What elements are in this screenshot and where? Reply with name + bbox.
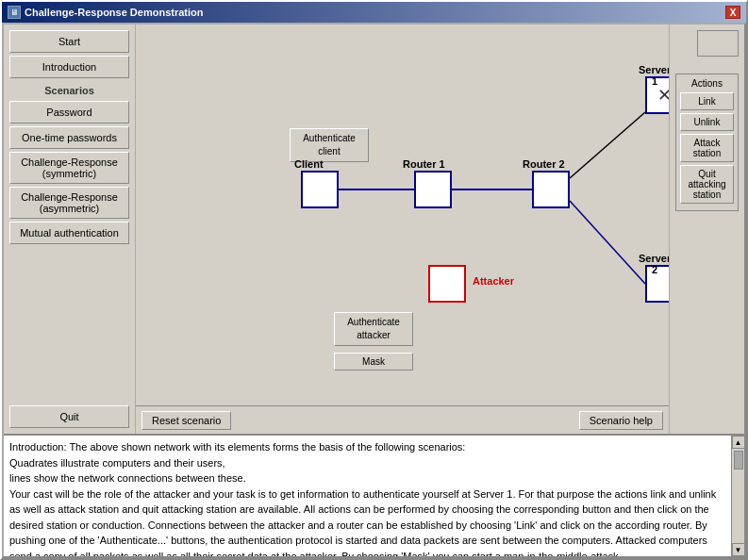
actions-group: Actions Link Unlink Attack station Quit … bbox=[675, 74, 739, 211]
top-right-box bbox=[697, 30, 739, 57]
server2-label: Server 2 bbox=[639, 253, 669, 275]
app-icon: 🖥 bbox=[8, 6, 21, 19]
main-panel: Authenticateclient Client Router 1 Route… bbox=[136, 25, 669, 434]
client-node[interactable] bbox=[301, 171, 339, 208]
router1-node[interactable] bbox=[414, 171, 452, 208]
diagram-area: Authenticateclient Client Router 1 Route… bbox=[136, 25, 669, 405]
text-area-section: Introduction: The above shown network wi… bbox=[4, 434, 744, 556]
main-window: 🖥 Challenge-Response Demonstration X Sta… bbox=[0, 0, 748, 560]
attacker-label: Attacker bbox=[473, 275, 514, 287]
auth-attacker-label: Authenticateattacker bbox=[347, 317, 400, 340]
mutual-auth-button[interactable]: Mutual authentication bbox=[9, 222, 129, 244]
authenticate-attacker-button[interactable]: Authenticateattacker bbox=[334, 312, 413, 346]
svg-line-2 bbox=[570, 112, 645, 178]
svg-line-3 bbox=[570, 201, 645, 284]
introduction-button[interactable]: Introduction bbox=[9, 56, 129, 78]
reset-scenario-button[interactable]: Reset scenario bbox=[141, 411, 231, 430]
cr-asymmetric-button[interactable]: Challenge-Response (asymmetric) bbox=[9, 187, 129, 219]
attacker-node[interactable] bbox=[428, 265, 466, 303]
scroll-up-button[interactable]: ▲ bbox=[732, 436, 745, 449]
router1-label: Router 1 bbox=[403, 158, 445, 170]
left-panel: Start Introduction Scenarios Password On… bbox=[4, 25, 136, 434]
server1-x-icon: ✕ bbox=[657, 85, 670, 106]
title-bar: 🖥 Challenge-Response Demonstration X bbox=[2, 2, 746, 23]
text-line-2: Quadrates illustrate computers and their… bbox=[9, 457, 225, 469]
unlink-button[interactable]: Unlink bbox=[680, 113, 734, 131]
text-scrollbar: ▲ ▼ bbox=[731, 436, 744, 556]
quit-attacking-button[interactable]: Quit attacking station bbox=[680, 165, 734, 204]
password-button[interactable]: Password bbox=[9, 101, 129, 124]
inner-window: Start Introduction Scenarios Password On… bbox=[2, 23, 746, 558]
cr-symmetric-button[interactable]: Challenge-Response (symmetric) bbox=[9, 152, 129, 184]
text-line-4: Your cast will be the role of the attack… bbox=[9, 488, 716, 557]
scrollbar-thumb[interactable] bbox=[734, 451, 743, 469]
scroll-down-button[interactable]: ▼ bbox=[732, 543, 745, 556]
close-button[interactable]: X bbox=[725, 6, 740, 19]
link-button[interactable]: Link bbox=[680, 92, 734, 110]
server1-label: Server 1 bbox=[639, 64, 669, 87]
attack-station-button[interactable]: Attack station bbox=[680, 134, 734, 162]
window-title: Challenge-Response Demonstration bbox=[25, 7, 722, 18]
auth-client-label: Authenticateclient bbox=[303, 133, 356, 156]
scenarios-group-label: Scenarios bbox=[9, 85, 129, 96]
content-area: Start Introduction Scenarios Password On… bbox=[4, 25, 744, 434]
start-button[interactable]: Start bbox=[9, 30, 129, 53]
authenticate-client-button[interactable]: Authenticateclient bbox=[290, 128, 369, 162]
quit-button[interactable]: Quit bbox=[9, 405, 129, 428]
scenario-help-button[interactable]: Scenario help bbox=[579, 411, 663, 430]
router2-label: Router 2 bbox=[523, 158, 565, 170]
router2-node[interactable] bbox=[532, 171, 570, 208]
text-content: Introduction: The above shown network wi… bbox=[4, 436, 731, 556]
diagram-lines bbox=[136, 25, 669, 405]
client-label: Client bbox=[294, 158, 324, 170]
text-line-3: lines show the network connections betwe… bbox=[9, 472, 246, 484]
actions-legend: Actions bbox=[680, 78, 734, 89]
right-panel: Actions Link Unlink Attack station Quit … bbox=[669, 25, 744, 434]
text-line-1: Introduction: The above shown network wi… bbox=[9, 441, 465, 453]
bottom-bar: Reset scenario Scenario help bbox=[136, 405, 669, 434]
otp-button[interactable]: One-time passwords bbox=[9, 126, 129, 149]
mask-button[interactable]: Mask bbox=[334, 353, 413, 371]
mask-label: Mask bbox=[362, 356, 385, 367]
